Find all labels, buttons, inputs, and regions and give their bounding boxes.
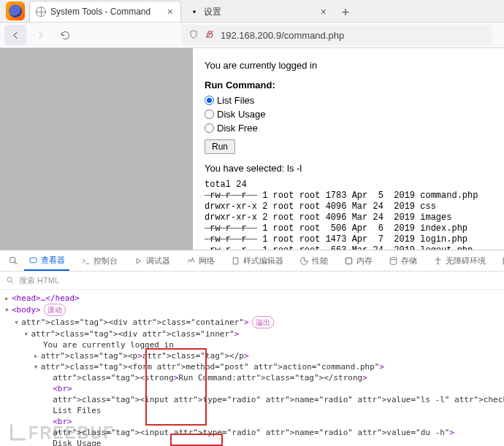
back-button[interactable] xyxy=(4,25,26,45)
radio-option[interactable]: List Files xyxy=(205,93,492,107)
devtools-tab[interactable]: 无障碍环境 xyxy=(429,251,490,270)
svg-point-0 xyxy=(193,10,196,13)
browser-tab-bar: System Tools - Command × 设置 × + xyxy=(0,0,504,23)
search-placeholder: 搜索 HTML xyxy=(19,275,59,286)
logged-in-text: You are currently logged in xyxy=(205,60,492,71)
lock-icon xyxy=(205,29,215,42)
devtools-tab[interactable]: 性能 xyxy=(295,251,332,270)
browser-tab-inactive[interactable]: 设置 × xyxy=(183,1,335,22)
radio-option[interactable]: Disk Usage xyxy=(205,107,492,121)
close-icon[interactable]: × xyxy=(319,6,328,18)
devtools-tab[interactable]: 查看器 xyxy=(24,250,69,271)
selected-text: You have selected: ls -l xyxy=(205,163,492,174)
reload-button[interactable] xyxy=(54,25,76,45)
devtools-tab[interactable]: 存储 xyxy=(384,251,421,270)
devtools-tab[interactable]: 网络 xyxy=(182,251,219,270)
radio-input[interactable] xyxy=(205,109,214,119)
devtools-inspect-button[interactable] xyxy=(4,251,23,270)
svg-point-6 xyxy=(390,257,397,259)
tab-title: System Tools - Command xyxy=(50,7,166,17)
tab-title: 设置 xyxy=(204,6,319,18)
svg-rect-5 xyxy=(346,258,352,264)
radio-input[interactable] xyxy=(205,96,214,105)
run-button[interactable]: Run xyxy=(205,139,235,154)
browser-nav-bar: 192.168.200.9/command.php xyxy=(0,23,504,48)
new-tab-button[interactable]: + xyxy=(336,3,355,22)
address-bar[interactable]: 192.168.200.9/command.php xyxy=(181,25,492,45)
command-output: total 24 -rw-r--r-- 1 root root 1783 Apr… xyxy=(205,180,492,250)
svg-point-7 xyxy=(437,257,438,258)
globe-icon xyxy=(36,7,46,17)
devtools-tab[interactable]: 调试器 xyxy=(129,251,175,270)
devtools-dom-tree[interactable]: ▸<head>…</head> ▾<body>滚动 ▾attr">class="… xyxy=(0,290,504,446)
radio-label: Disk Usage xyxy=(217,107,265,121)
devtools-tabs: 查看器 控制台 调试器 网络 样式编辑器 性能 内存 存储 无障碍环境 应用程序… xyxy=(0,250,504,272)
browser-tab-active[interactable]: System Tools - Command × xyxy=(29,1,181,22)
radio-label: List Files xyxy=(217,93,254,107)
devtools-panel: 查看器 控制台 调试器 网络 样式编辑器 性能 内存 存储 无障碍环境 应用程序… xyxy=(0,250,504,446)
close-icon[interactable]: × xyxy=(166,6,175,18)
url-text: 192.168.200.9/command.php xyxy=(221,30,344,41)
gear-icon xyxy=(189,7,199,17)
devtools-tab[interactable]: 应用程序 xyxy=(497,251,504,270)
shield-icon xyxy=(188,29,199,42)
devtools-tab[interactable]: 控制台 xyxy=(77,251,122,270)
radio-input[interactable] xyxy=(205,123,214,133)
forward-button[interactable] xyxy=(29,25,51,45)
firefox-icon xyxy=(6,1,25,20)
svg-rect-4 xyxy=(30,258,37,263)
radio-option[interactable]: Disk Free xyxy=(205,121,492,135)
radio-label: Disk Free xyxy=(217,121,258,135)
devtools-tab[interactable]: 内存 xyxy=(340,251,377,270)
app-panel: You are currently logged in Run Command:… xyxy=(193,48,504,250)
page-viewport: You are currently logged in Run Command:… xyxy=(0,48,504,250)
svg-point-13 xyxy=(7,277,12,282)
devtools-search[interactable]: 搜索 HTML xyxy=(0,272,504,290)
run-command-label: Run Command: xyxy=(205,80,275,91)
devtools-tab[interactable]: 样式编辑器 xyxy=(226,251,288,270)
